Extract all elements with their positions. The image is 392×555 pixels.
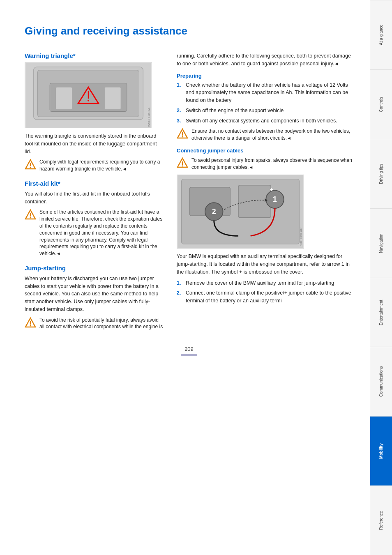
- list-item: 2. Connect one terminal clamp of the pos…: [177, 289, 353, 305]
- svg-point-14: [30, 217, 31, 219]
- warning-triangle-text: Comply with legal requirements requiring…: [39, 159, 164, 173]
- svg-text:2: 2: [212, 207, 216, 216]
- warning-triangle-heading: Warning triangle*: [25, 52, 164, 59]
- preparing-heading: Preparing: [177, 73, 353, 79]
- jumper-body: Your BMW is equipped with an auxiliary t…: [177, 253, 353, 276]
- warning-jumper-icon: [177, 157, 188, 168]
- contact-warning-text: Ensure that no contact exists between th…: [191, 128, 353, 142]
- svg-point-23: [182, 165, 183, 166]
- page-container: Giving and receiving assistance Warning …: [0, 0, 392, 555]
- sidebar-tab-mobility[interactable]: Mobility: [370, 416, 392, 486]
- svg-rect-7: [56, 87, 72, 109]
- jump-warning-text: To avoid the risk of potentially fatal i…: [39, 317, 164, 331]
- watermark-jumper: PC0TH60.AR: [299, 228, 303, 247]
- warning-box-jump: To avoid the risk of potentially fatal i…: [25, 317, 164, 331]
- warning-box-triangle: Comply with legal requirements requiring…: [25, 159, 164, 173]
- svg-text:1: 1: [273, 196, 277, 204]
- sidebar-tab-controls[interactable]: Controls: [370, 69, 392, 139]
- warning-box-contact: Ensure that no contact exists between th…: [177, 128, 353, 142]
- list-item: 3. Switch off any electrical systems and…: [177, 117, 353, 125]
- page-number-area: 209: [25, 346, 353, 356]
- svg-point-11: [30, 167, 31, 168]
- page-bar: [181, 354, 197, 356]
- sidebar-tab-navigation[interactable]: Navigation: [370, 208, 392, 278]
- warning-triangle-image: W9CH.US3A: [25, 62, 152, 128]
- jump-starting-body: When your battery is discharged you can …: [25, 275, 164, 313]
- svg-point-17: [30, 325, 31, 326]
- page-title: Giving and receiving assistance: [25, 25, 353, 41]
- jumper-steps-list: 1. Remove the cover of the BMW auxiliary…: [177, 279, 353, 305]
- svg-text:+: +: [270, 186, 273, 193]
- warning-firstaid-icon: [25, 209, 36, 220]
- right-body-top: running. Carefully adhere to the followi…: [177, 52, 353, 68]
- sidebar-tab-at-a-glance[interactable]: At a glance: [370, 0, 392, 69]
- svg-rect-8: [105, 87, 121, 109]
- sidebar: At a glance Controls Driving tips Naviga…: [370, 0, 392, 555]
- sidebar-tab-communications[interactable]: Communications: [370, 347, 392, 416]
- jumper-warning-text: To avoid personal injury from sparks, al…: [191, 157, 353, 171]
- two-col-layout: Warning triangle*: [25, 52, 353, 334]
- preparing-list: 1. Check whether the battery of the othe…: [177, 81, 353, 125]
- sidebar-tab-entertainment[interactable]: Entertainment: [370, 278, 392, 347]
- connecting-jumper-heading: Connecting jumper cables: [177, 147, 353, 154]
- warning-box-first-aid: Some of the articles contained in the fi…: [25, 209, 164, 257]
- first-aid-body: You will also find the first-aid kit in …: [25, 190, 164, 206]
- sidebar-tab-driving-tips[interactable]: Driving tips: [370, 139, 392, 208]
- jump-starting-heading: Jump-starting: [25, 265, 164, 272]
- first-aid-warning-text: Some of the articles contained in the fi…: [39, 209, 164, 257]
- page-number-text: 209: [184, 346, 194, 352]
- warning-triangle-body: The warning triangle is conveniently sto…: [25, 132, 164, 155]
- warning-triangle-icon: [25, 159, 36, 170]
- warning-box-jumper-cables: To avoid personal injury from sparks, al…: [177, 157, 353, 171]
- warning-jump-icon: [25, 317, 36, 328]
- list-item: 2. Switch off the engine of the support …: [177, 107, 353, 115]
- left-column: Warning triangle*: [25, 52, 164, 334]
- watermark-warning-triangle: W9CH.US3A: [147, 108, 151, 127]
- svg-point-20: [182, 136, 183, 138]
- svg-point-6: [88, 100, 89, 101]
- list-item: 1. Check whether the battery of the othe…: [177, 81, 353, 104]
- first-aid-heading: First-aid kit*: [25, 180, 164, 187]
- warning-contact-icon: [177, 128, 188, 139]
- list-item: 1. Remove the cover of the BMW auxiliary…: [177, 279, 353, 287]
- right-column: running. Carefully adhere to the followi…: [177, 52, 353, 334]
- sidebar-tab-reference[interactable]: Reference: [370, 486, 392, 555]
- main-content: Giving and receiving assistance Warning …: [0, 0, 370, 555]
- jumper-cable-image: 1 + 2 PC0TH60.AR: [177, 175, 304, 249]
